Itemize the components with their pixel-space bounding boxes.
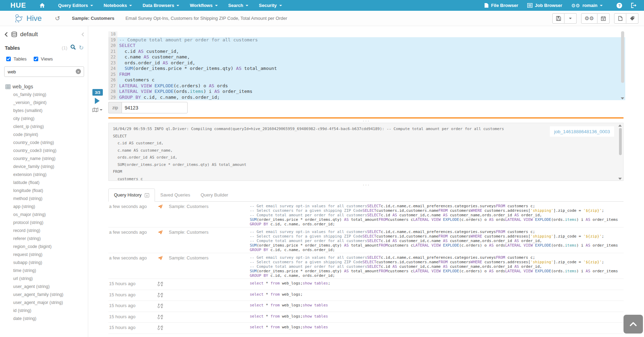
save-button[interactable]	[552, 13, 564, 24]
scroll-down-icon[interactable]	[618, 178, 622, 180]
code-line[interactable]: 24 SUM(order_items.price * order_items.q…	[108, 66, 625, 72]
code-line[interactable]: 26 customers c	[108, 77, 625, 83]
column-item[interactable]: date (string)	[0, 315, 88, 323]
nav-menu-query-editors[interactable]: Query Editors	[53, 0, 98, 11]
history-row[interactable]: a few seconds agoSample: Customers-- Get…	[108, 227, 624, 253]
column-item[interactable]: time (string)	[0, 267, 88, 275]
column-item[interactable]: os_family (string)	[0, 91, 88, 99]
column-item[interactable]: city (string)	[0, 115, 88, 123]
history-row[interactable]: 15 hours agoselect * from web_logs;show …	[108, 279, 624, 290]
refresh-button[interactable]: ↻	[79, 45, 84, 51]
history-row[interactable]: a few seconds agoSample: Customers-- Get…	[108, 253, 624, 279]
column-item[interactable]: latitude (float)	[0, 179, 88, 187]
resize-grip[interactable]: ···	[89, 183, 644, 186]
save-dropdown-button[interactable]	[564, 13, 577, 24]
back-arrow-icon[interactable]	[4, 32, 8, 37]
schedule-button[interactable]	[597, 13, 610, 24]
column-item[interactable]: method (string)	[0, 195, 88, 203]
column-item[interactable]: country_code3 (string)	[0, 147, 88, 155]
query-history-icon[interactable]: ↺	[55, 15, 60, 22]
history-sql[interactable]: select * from web_logs;show tables	[250, 314, 624, 319]
log-scrollbar[interactable]	[618, 124, 622, 180]
help-button[interactable]: ?	[612, 0, 627, 11]
nav-menu-search[interactable]: Search	[223, 0, 254, 11]
database-name[interactable]: default	[20, 31, 38, 38]
column-item[interactable]: code (tinyint)	[0, 131, 88, 139]
column-item[interactable]: user_agent_family (string)	[0, 291, 88, 299]
history-sql[interactable]: select * from web_logs;show tables	[250, 325, 624, 329]
nav-menu-data-browsers[interactable]: Data Browsers	[137, 0, 184, 11]
tab-saved-queries[interactable]: Saved Queries	[155, 189, 195, 201]
column-item[interactable]: protocol (string)	[0, 219, 88, 227]
column-item[interactable]: client_ip (string)	[0, 123, 88, 131]
column-item[interactable]: subapp (string)	[0, 259, 88, 267]
history-sql[interactable]: -- Get email survey opt-in values for al…	[250, 204, 624, 226]
history-sql[interactable]: select * from web_logs;show tables;	[250, 281, 624, 286]
history-row[interactable]: a few seconds agoSample: Customers-- Get…	[108, 202, 624, 227]
column-item[interactable]: user_agent (string)	[0, 283, 88, 291]
tab-query-builder[interactable]: Query Builder	[195, 189, 233, 201]
settings-button[interactable]: ⚙⚙	[581, 13, 597, 24]
job-browser-button[interactable]: Job Browser	[523, 0, 567, 11]
collapse-sidebar-icon[interactable]	[81, 32, 84, 37]
history-sql[interactable]: -- Get email survey opt-in values for al…	[250, 230, 624, 252]
code-editor[interactable]: 1819-- Compute total amount per order fo…	[108, 31, 625, 100]
code-line[interactable]: 23 ords.order_id AS order_id,	[108, 60, 625, 66]
clear-history-icon[interactable]	[145, 193, 149, 198]
scrollbar-thumb[interactable]	[619, 128, 622, 155]
column-item[interactable]: url (string)	[0, 275, 88, 283]
column-item[interactable]: _version_ (bigint)	[0, 99, 88, 107]
nav-menu-workflows[interactable]: Workflows	[184, 0, 223, 11]
code-line[interactable]: 18	[108, 31, 625, 37]
history-row[interactable]: 15 hours agoselect * from web_logs;show …	[108, 301, 624, 312]
column-item[interactable]: record (string)	[0, 227, 88, 235]
home-button[interactable]	[34, 3, 50, 8]
column-item[interactable]: request (string)	[0, 251, 88, 259]
column-item[interactable]: country_name (string)	[0, 155, 88, 163]
new-query-button[interactable]	[614, 13, 626, 24]
views-checkbox[interactable]	[34, 57, 38, 61]
column-item[interactable]: id (string)	[0, 307, 88, 315]
column-item[interactable]: bytes (smallint)	[0, 107, 88, 115]
column-item[interactable]: longitude (float)	[0, 187, 88, 195]
code-line[interactable]: 22 c.name AS customer_name,	[108, 54, 625, 60]
code-line[interactable]: 19-- Compute total amount per order for …	[108, 37, 625, 43]
history-sql[interactable]: -- Get email survey opt-in values for al…	[250, 255, 624, 278]
table-entry[interactable]: web_logs	[6, 84, 84, 89]
column-item[interactable]: extension (string)	[0, 171, 88, 179]
history-row[interactable]: 15 hours agoselect * from web_logs;	[108, 290, 624, 301]
scroll-to-top-button[interactable]	[624, 315, 643, 334]
code-line[interactable]: 25FROM	[108, 72, 625, 78]
hive-app-link[interactable]: Hive	[13, 14, 42, 23]
hue-logo[interactable]: HUE	[10, 1, 26, 9]
code-line[interactable]: 27LATERAL VIEW EXPLODE(c.orders) o AS or…	[108, 83, 625, 89]
tables-checkbox[interactable]	[6, 57, 11, 61]
column-item[interactable]: user_agent_major (string)	[0, 299, 88, 307]
column-item[interactable]: device_family (string)	[0, 163, 88, 171]
tags-button[interactable]	[626, 13, 638, 24]
execute-button[interactable]	[95, 98, 100, 104]
code-line[interactable]: 29GROUP BY c.id, c.name, ords.order_id;	[108, 95, 625, 101]
explain-menu-button[interactable]	[92, 107, 102, 112]
tab-query-history[interactable]: Query History	[108, 188, 155, 202]
file-browser-button[interactable]: File Browser	[480, 0, 523, 11]
search-toggle-button[interactable]	[70, 44, 76, 51]
column-item[interactable]: app (string)	[0, 203, 88, 211]
column-item[interactable]: country_code (string)	[0, 139, 88, 147]
scroll-down-icon[interactable]	[621, 97, 624, 99]
job-link[interactable]: job_1461888648136_0003	[554, 129, 610, 134]
history-sql[interactable]: select * from web_logs;show tables	[250, 303, 624, 307]
column-item[interactable]: region_code (bigint)	[0, 243, 88, 251]
filter-views-checkbox[interactable]: Views	[32, 56, 53, 62]
editor-scrollbar[interactable]	[620, 31, 625, 100]
history-row[interactable]: 15 hours agoselect * from web_logs;show …	[108, 323, 624, 334]
code-line[interactable]: 21 c.id AS customer_id,	[108, 49, 625, 55]
nav-menu-notebooks[interactable]: Notebooks	[98, 0, 137, 11]
variable-input[interactable]	[122, 102, 188, 113]
resize-grip[interactable]: ···	[89, 119, 644, 122]
filter-tables-checkbox[interactable]: Tables	[5, 56, 27, 62]
scroll-up-icon[interactable]	[618, 125, 622, 127]
user-menu[interactable]: ⚙⚙ romain	[567, 0, 607, 11]
code-line[interactable]: 28LATERAL VIEW EXPLODE(ords.items) i AS …	[108, 89, 625, 95]
history-row[interactable]: 15 hours agoselect * from web_logs;show …	[108, 312, 624, 323]
